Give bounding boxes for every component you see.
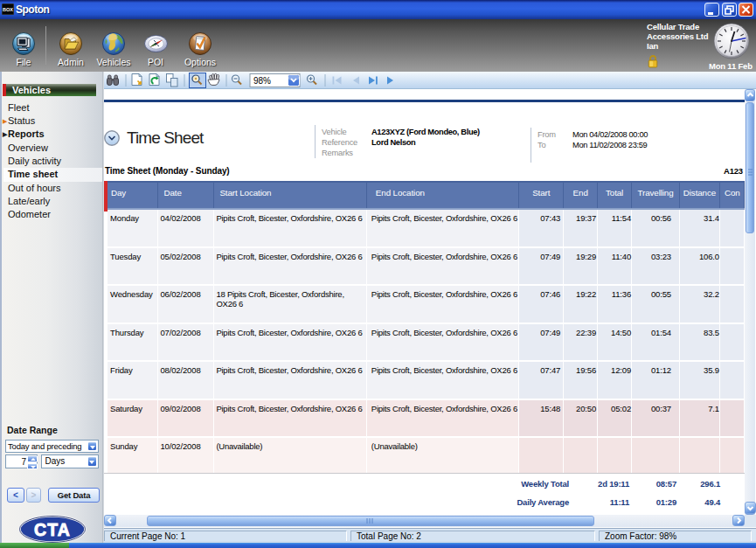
svg-text:98%: 98% — [253, 76, 271, 86]
svg-text:CTA: CTA — [34, 520, 71, 539]
